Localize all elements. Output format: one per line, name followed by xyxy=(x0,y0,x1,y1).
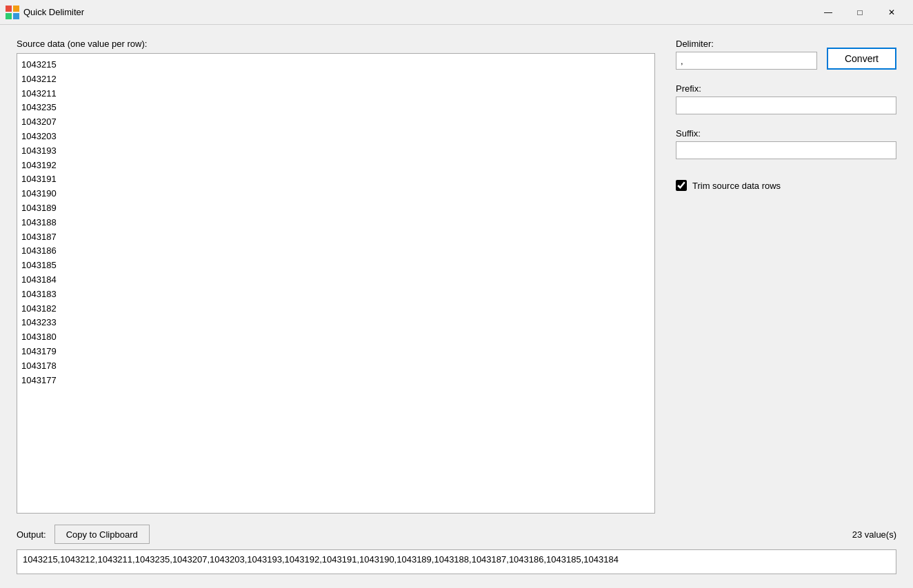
source-panel: Source data (one value per row): xyxy=(17,39,655,514)
delimiter-label: Delimiter: xyxy=(676,39,817,49)
suffix-label: Suffix: xyxy=(676,128,896,139)
prefix-group: Prefix: xyxy=(676,83,896,114)
delimiter-group: Delimiter: xyxy=(676,39,817,70)
delimiter-convert-row: Delimiter: Convert xyxy=(676,39,896,70)
title-bar: Quick Delimiter — □ ✕ xyxy=(0,0,913,25)
prefix-input[interactable] xyxy=(676,97,896,114)
output-text: 1043215,1043212,1043211,1043235,1043207,… xyxy=(17,549,896,574)
close-button[interactable]: ✕ xyxy=(876,2,907,23)
window-title: Quick Delimiter xyxy=(23,7,812,17)
prefix-label: Prefix: xyxy=(676,83,896,94)
output-label: Output: xyxy=(17,529,46,540)
output-row: Output: Copy to Clipboard 23 value(s) xyxy=(17,525,896,544)
source-label: Source data (one value per row): xyxy=(17,39,655,49)
app-icon xyxy=(6,6,19,19)
convert-button[interactable]: Convert xyxy=(827,48,896,70)
right-panel: Delimiter: Convert Prefix: Suffix: Trim … xyxy=(676,39,896,514)
svg-rect-3 xyxy=(13,13,19,19)
svg-rect-0 xyxy=(6,6,12,12)
output-left: Output: Copy to Clipboard xyxy=(17,525,150,544)
minimize-button[interactable]: — xyxy=(812,2,844,23)
suffix-input[interactable] xyxy=(676,141,896,159)
window-controls: — □ ✕ xyxy=(812,2,907,23)
source-textarea[interactable] xyxy=(17,53,655,514)
suffix-group: Suffix: xyxy=(676,128,896,159)
svg-rect-2 xyxy=(6,13,12,19)
trim-label: Trim source data rows xyxy=(692,181,781,191)
top-section: Source data (one value per row): Delimit… xyxy=(17,39,896,514)
trim-checkbox[interactable] xyxy=(676,180,687,191)
main-content: Source data (one value per row): Delimit… xyxy=(0,25,913,588)
svg-rect-1 xyxy=(13,6,19,12)
maximize-button[interactable]: □ xyxy=(844,2,876,23)
delimiter-input[interactable] xyxy=(676,52,817,70)
bottom-section: Output: Copy to Clipboard 23 value(s) 10… xyxy=(17,525,896,574)
copy-to-clipboard-button[interactable]: Copy to Clipboard xyxy=(54,525,150,544)
value-count: 23 value(s) xyxy=(852,529,896,540)
trim-row: Trim source data rows xyxy=(676,180,896,191)
